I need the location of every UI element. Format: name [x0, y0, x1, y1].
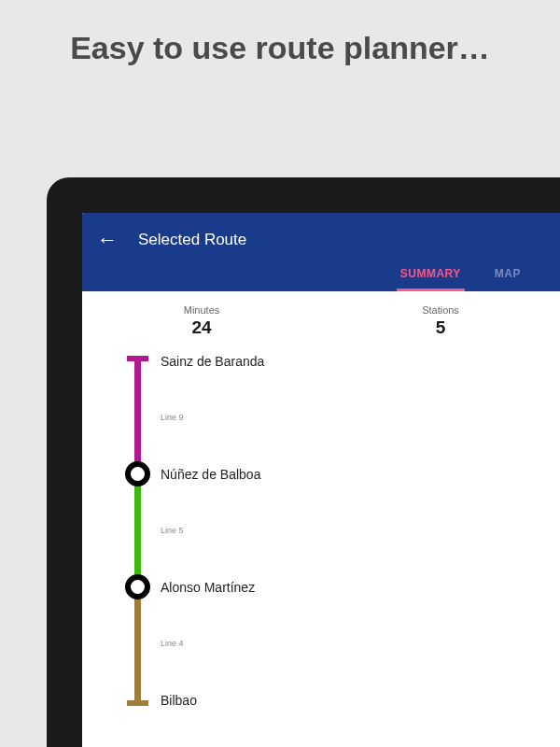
promo-heading: Easy to use route planner…: [0, 0, 560, 87]
station-label-0: Sainz de Baranda: [161, 354, 264, 369]
transfer-stop-icon: [125, 574, 150, 599]
stat-stations-value: 5: [321, 317, 560, 338]
stat-minutes-value: 24: [82, 317, 321, 338]
line-segment-1: [134, 361, 141, 474]
app-screen: ← Selected Route SUMMARY MAP Minutes 24 …: [82, 213, 560, 747]
line-label-2: Line 4: [161, 639, 184, 648]
station-label-1: Núñez de Balboa: [161, 467, 260, 482]
line-label-1: Line 5: [161, 526, 184, 535]
page-title: Selected Route: [138, 231, 246, 249]
stat-stations-label: Stations: [321, 304, 560, 316]
line-segment-2: [134, 474, 141, 587]
station-label-2: Alonso Martínez: [161, 580, 255, 595]
route-stats: Minutes 24 Stations 5: [82, 291, 560, 355]
route-diagram: Sainz de Baranda Line 9 Núñez de Balboa …: [82, 355, 560, 747]
app-bar: ← Selected Route SUMMARY MAP: [82, 213, 560, 291]
stat-stations: Stations 5: [321, 304, 560, 338]
back-arrow-icon[interactable]: ←: [97, 230, 118, 250]
tab-bar: SUMMARY MAP: [97, 267, 545, 291]
stat-minutes-label: Minutes: [82, 304, 321, 316]
tab-map[interactable]: MAP: [495, 267, 521, 291]
terminal-cap-end: [127, 700, 148, 706]
line-segment-3: [134, 587, 141, 700]
line-label-0: Line 9: [161, 413, 184, 422]
stat-minutes: Minutes 24: [82, 304, 321, 338]
transfer-stop-icon: [125, 461, 150, 486]
device-frame: ← Selected Route SUMMARY MAP Minutes 24 …: [47, 177, 560, 747]
station-label-3: Bilbao: [161, 693, 197, 708]
tab-summary[interactable]: SUMMARY: [400, 267, 461, 291]
